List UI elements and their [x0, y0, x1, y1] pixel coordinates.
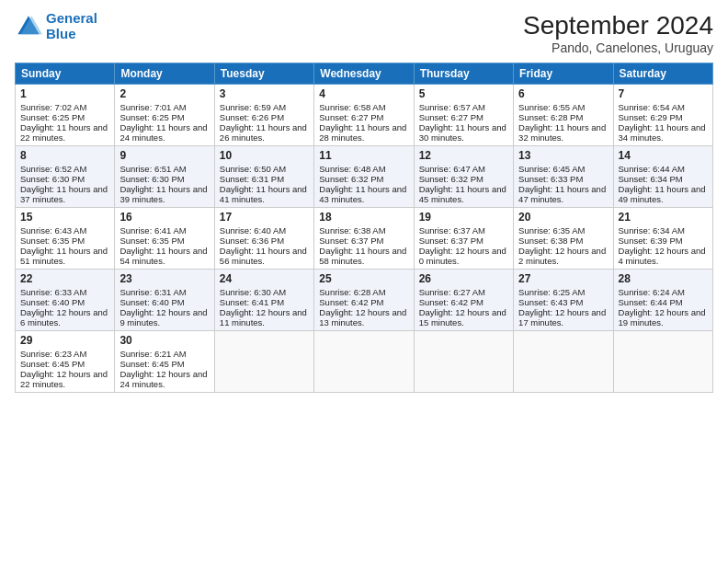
daylight: Daylight: 11 hours and 24 minutes. [119, 122, 207, 143]
sunset: Sunset: 6:33 PM [518, 174, 583, 184]
calendar-cell [314, 331, 414, 393]
logo-general: General [46, 10, 97, 26]
daylight: Daylight: 12 hours and 13 minutes. [319, 307, 406, 327]
sunset: Sunset: 6:41 PM [220, 297, 284, 307]
daylight: Daylight: 11 hours and 37 minutes. [20, 184, 108, 204]
calendar-cell: 23Sunrise: 6:31 AMSunset: 6:40 PMDayligh… [115, 270, 214, 331]
sunset: Sunset: 6:30 PM [20, 174, 85, 184]
daylight: Daylight: 11 hours and 51 minutes. [20, 246, 108, 266]
day-number: 23 [119, 272, 209, 285]
daylight: Daylight: 11 hours and 28 minutes. [319, 122, 406, 143]
sunset: Sunset: 6:39 PM [619, 236, 683, 246]
calendar-day-header: Monday [115, 63, 214, 85]
sunset: Sunset: 6:37 PM [419, 236, 483, 246]
sunset: Sunset: 6:32 PM [419, 174, 483, 184]
daylight: Daylight: 12 hours and 0 minutes. [419, 246, 506, 266]
calendar-cell: 29Sunrise: 6:23 AMSunset: 6:45 PMDayligh… [16, 331, 115, 393]
sunset: Sunset: 6:28 PM [518, 112, 583, 122]
daylight: Daylight: 12 hours and 24 minutes. [119, 369, 207, 389]
calendar-cell: 2Sunrise: 7:01 AMSunset: 6:25 PMDaylight… [115, 85, 214, 146]
daylight: Daylight: 11 hours and 41 minutes. [220, 184, 307, 204]
logo-text: General Blue [46, 11, 97, 41]
day-number: 24 [220, 272, 309, 285]
sunrise: Sunrise: 6:21 AM [119, 349, 186, 359]
sunrise: Sunrise: 6:31 AM [119, 287, 186, 297]
calendar-cell: 22Sunrise: 6:33 AMSunset: 6:40 PMDayligh… [16, 270, 115, 331]
daylight: Daylight: 12 hours and 17 minutes. [518, 307, 606, 327]
sunset: Sunset: 6:25 PM [119, 112, 184, 122]
sunset: Sunset: 6:37 PM [319, 236, 383, 246]
page: General Blue September 2024 Pando, Canel… [0, 0, 728, 563]
sunset: Sunset: 6:45 PM [119, 359, 184, 369]
calendar-cell: 7Sunrise: 6:54 AMSunset: 6:29 PMDaylight… [613, 85, 712, 146]
header: General Blue September 2024 Pando, Canel… [15, 11, 713, 55]
calendar-cell: 28Sunrise: 6:24 AMSunset: 6:44 PMDayligh… [613, 270, 712, 331]
sunrise: Sunrise: 6:47 AM [419, 164, 485, 174]
sunset: Sunset: 6:34 PM [619, 174, 683, 184]
day-number: 15 [20, 211, 109, 224]
calendar-cell: 18Sunrise: 6:38 AMSunset: 6:37 PMDayligh… [314, 208, 414, 270]
sunset: Sunset: 6:29 PM [619, 112, 683, 122]
daylight: Daylight: 12 hours and 22 minutes. [20, 369, 108, 389]
day-number: 2 [119, 87, 209, 100]
calendar-cell: 12Sunrise: 6:47 AMSunset: 6:32 PMDayligh… [414, 146, 513, 208]
calendar-cell: 5Sunrise: 6:57 AMSunset: 6:27 PMDaylight… [414, 85, 513, 146]
calendar-week-row: 22Sunrise: 6:33 AMSunset: 6:40 PMDayligh… [16, 270, 713, 331]
logo-icon [15, 13, 42, 40]
calendar-cell: 27Sunrise: 6:25 AMSunset: 6:43 PMDayligh… [514, 270, 613, 331]
sunrise: Sunrise: 6:43 AM [20, 225, 86, 236]
calendar-cell: 3Sunrise: 6:59 AMSunset: 6:26 PMDaylight… [214, 85, 313, 146]
sunrise: Sunrise: 6:55 AM [518, 102, 585, 112]
calendar-cell: 21Sunrise: 6:34 AMSunset: 6:39 PMDayligh… [613, 208, 712, 270]
day-number: 18 [319, 211, 408, 224]
day-number: 25 [319, 272, 408, 285]
day-number: 4 [319, 87, 408, 100]
day-number: 29 [20, 334, 109, 347]
calendar-cell: 20Sunrise: 6:35 AMSunset: 6:38 PMDayligh… [514, 208, 613, 270]
day-number: 19 [419, 211, 508, 224]
calendar-day-header: Thursday [414, 63, 513, 85]
day-number: 20 [518, 211, 608, 224]
daylight: Daylight: 11 hours and 26 minutes. [220, 122, 307, 143]
sunrise: Sunrise: 6:25 AM [518, 287, 585, 297]
sunrise: Sunrise: 6:41 AM [119, 225, 186, 236]
daylight: Daylight: 11 hours and 58 minutes. [319, 246, 406, 266]
daylight: Daylight: 11 hours and 32 minutes. [518, 122, 606, 143]
sunset: Sunset: 6:43 PM [518, 297, 583, 307]
daylight: Daylight: 11 hours and 45 minutes. [419, 184, 506, 204]
title-block: September 2024 Pando, Canelones, Uruguay [523, 11, 713, 55]
sunrise: Sunrise: 6:24 AM [619, 287, 685, 297]
sunset: Sunset: 6:35 PM [20, 236, 85, 246]
sunrise: Sunrise: 7:01 AM [119, 102, 186, 112]
day-number: 26 [419, 272, 508, 285]
sunset: Sunset: 6:31 PM [220, 174, 284, 184]
calendar-week-row: 8Sunrise: 6:52 AMSunset: 6:30 PMDaylight… [16, 146, 713, 208]
calendar-week-row: 1Sunrise: 7:02 AMSunset: 6:25 PMDaylight… [16, 85, 713, 146]
day-number: 22 [20, 272, 109, 285]
daylight: Daylight: 11 hours and 49 minutes. [619, 184, 706, 204]
day-number: 9 [119, 149, 209, 162]
day-number: 27 [518, 272, 608, 285]
daylight: Daylight: 11 hours and 22 minutes. [20, 122, 108, 143]
calendar-cell: 4Sunrise: 6:58 AMSunset: 6:27 PMDaylight… [314, 85, 414, 146]
calendar-cell: 24Sunrise: 6:30 AMSunset: 6:41 PMDayligh… [214, 270, 313, 331]
sunrise: Sunrise: 6:35 AM [518, 225, 585, 236]
day-number: 1 [20, 87, 109, 100]
daylight: Daylight: 11 hours and 47 minutes. [518, 184, 606, 204]
calendar-cell: 8Sunrise: 6:52 AMSunset: 6:30 PMDaylight… [16, 146, 115, 208]
calendar-cell: 13Sunrise: 6:45 AMSunset: 6:33 PMDayligh… [514, 146, 613, 208]
daylight: Daylight: 11 hours and 30 minutes. [419, 122, 506, 143]
day-number: 6 [518, 87, 608, 100]
daylight: Daylight: 12 hours and 19 minutes. [619, 307, 706, 327]
calendar-cell: 17Sunrise: 6:40 AMSunset: 6:36 PMDayligh… [214, 208, 313, 270]
calendar-cell [214, 331, 313, 393]
daylight: Daylight: 11 hours and 39 minutes. [119, 184, 207, 204]
calendar-cell: 11Sunrise: 6:48 AMSunset: 6:32 PMDayligh… [314, 146, 414, 208]
sunrise: Sunrise: 6:38 AM [319, 225, 385, 236]
sunset: Sunset: 6:35 PM [119, 236, 184, 246]
sunset: Sunset: 6:42 PM [319, 297, 383, 307]
sunrise: Sunrise: 6:40 AM [220, 225, 286, 236]
calendar-cell: 14Sunrise: 6:44 AMSunset: 6:34 PMDayligh… [613, 146, 712, 208]
sunrise: Sunrise: 6:59 AM [220, 102, 286, 112]
day-number: 17 [220, 211, 309, 224]
